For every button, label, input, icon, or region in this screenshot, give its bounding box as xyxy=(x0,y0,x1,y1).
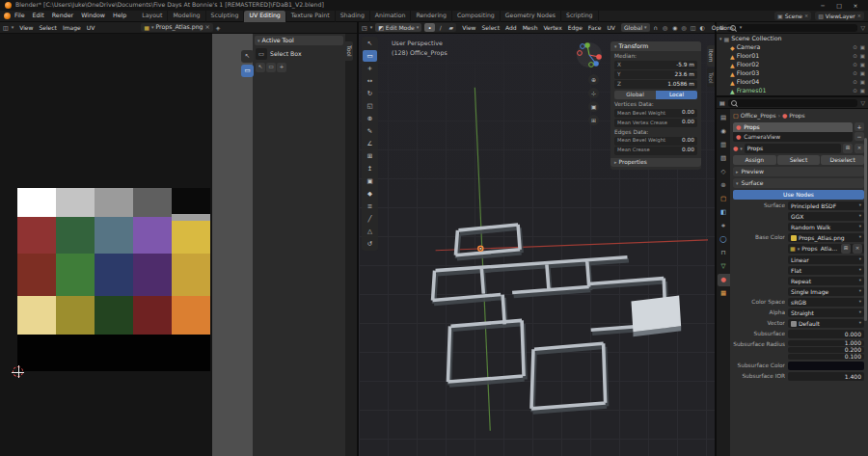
perspective-toggle-icon[interactable]: ⊞ xyxy=(588,115,599,125)
uv-editor-type-icon[interactable]: ◫ xyxy=(3,25,9,31)
object-data-tab[interactable]: ▽ xyxy=(718,260,730,273)
cursor-tool-icon[interactable]: + xyxy=(277,63,286,72)
radius-value-field[interactable]: 0.100 xyxy=(788,354,864,360)
inset-faces-tool-button[interactable]: ▣ xyxy=(363,175,377,187)
disclosure-icon[interactable]: ▾ xyxy=(719,37,722,41)
edge-select-button[interactable]: ∕ xyxy=(435,23,446,32)
scene-collection-row[interactable]: ▾ ▦ Scene Collection xyxy=(719,35,865,43)
poly-build-tool-button[interactable]: △ xyxy=(363,226,377,237)
menu-item[interactable]: Add xyxy=(502,25,520,31)
transform-panel-header[interactable]: ▾ Transform xyxy=(610,41,701,51)
shader-field[interactable]: Random Walk ▾ xyxy=(788,223,864,231)
breadcrumb-object[interactable]: Office_Props xyxy=(741,113,776,119)
tool-tab[interactable]: ▤ xyxy=(718,112,730,124)
material-slot[interactable]: ● Props xyxy=(733,122,853,132)
proportional-edit-icon[interactable]: ◎ xyxy=(662,25,668,31)
render-tab[interactable]: ◉ xyxy=(718,125,730,138)
tweak-tool-button[interactable]: ↖ xyxy=(363,38,377,49)
tweak-tool-button[interactable]: ↖ xyxy=(241,50,254,63)
material-action-button[interactable]: Deselect xyxy=(821,155,864,165)
shader-field[interactable]: GGX ▾ xyxy=(788,212,864,221)
cursor-tool-button[interactable]: + xyxy=(363,63,377,74)
render-visibility-icon[interactable]: ▣ xyxy=(860,80,865,86)
add-material-slot-button[interactable]: + xyxy=(854,122,864,131)
preview-panel-header[interactable]: ▸ Preview xyxy=(733,167,864,176)
sidebar-tab-tool[interactable]: Tool xyxy=(345,41,353,61)
pan-icon[interactable]: ⊹ xyxy=(588,88,599,98)
sidebar-tab[interactable]: Tool xyxy=(707,68,715,88)
loop-cut-tool-button[interactable]: ≡ xyxy=(363,201,377,212)
image-selector[interactable]: ▦ ▾ Props_Atlas.png × xyxy=(141,23,212,32)
render-visibility-icon[interactable]: ▣ xyxy=(860,89,865,94)
shader-field[interactable]: Repeat ▾ xyxy=(788,277,864,285)
menu-item[interactable]: Render xyxy=(48,13,77,18)
use-nodes-button[interactable]: Use Nodes xyxy=(733,190,864,200)
hide-eye-icon[interactable]: ⊙ xyxy=(853,71,857,77)
select-box-tool-icon[interactable]: ▭ xyxy=(266,63,276,72)
unlink-image-icon[interactable]: × xyxy=(205,24,210,30)
shader-field[interactable]: Single Image ▾ xyxy=(788,287,864,296)
blender-menu-icon[interactable] xyxy=(4,13,11,19)
menu-item[interactable]: View xyxy=(16,25,36,31)
shader-field[interactable]: 1.400 ▾ xyxy=(788,372,864,381)
world-tab[interactable]: ⊚ xyxy=(718,179,730,192)
particles-tab[interactable]: ∗ xyxy=(718,220,730,232)
maximize-button[interactable]: □ xyxy=(831,1,847,11)
face-select-button[interactable]: ▰ xyxy=(446,23,456,32)
scene-tab[interactable]: ◇ xyxy=(718,166,730,178)
outliner-item[interactable]: ▲ Floor04 ⊙ ▣ xyxy=(719,78,865,87)
workspace-tab[interactable]: Modeling xyxy=(168,11,205,22)
workspace-tab[interactable]: Sculpting xyxy=(206,11,245,22)
sidebar-tab[interactable]: Item xyxy=(707,45,715,67)
render-visibility-icon[interactable]: ▣ xyxy=(860,71,865,77)
mean-value-field[interactable]: Mean Bevel Weight0.00 xyxy=(614,137,697,146)
workspace-tab[interactable]: Animation xyxy=(370,11,412,22)
duplicate-image-icon[interactable]: ⊞ xyxy=(841,244,851,254)
surface-panel-header[interactable]: ▾ Surface xyxy=(733,178,864,188)
local-button[interactable]: Local xyxy=(656,91,697,99)
unlink-image-icon[interactable]: × xyxy=(853,244,862,254)
move-tool-button[interactable]: ↔ xyxy=(363,75,377,87)
filter-icon[interactable]: ▽ xyxy=(860,100,865,106)
remove-material-slot-button[interactable]: − xyxy=(854,132,864,141)
median-axis-field[interactable]: Y23.6 m xyxy=(614,70,697,79)
menu-item[interactable]: Edit xyxy=(29,13,48,18)
constraints-tab[interactable]: ⊓ xyxy=(718,247,730,259)
active-tool-panel-header[interactable]: ▾ Active Tool xyxy=(255,36,343,45)
global-button[interactable]: Global xyxy=(614,91,656,99)
menu-item[interactable]: Image xyxy=(60,25,84,31)
menu-item[interactable]: Face xyxy=(585,25,605,31)
breadcrumb-material[interactable]: Props xyxy=(789,113,804,119)
outliner-item[interactable]: ▲ Frames01 ⊙ ▣ xyxy=(719,87,865,95)
outliner-search-input[interactable] xyxy=(727,24,857,32)
workspace-tab[interactable]: Compositing xyxy=(452,11,501,22)
xray-toggle-icon[interactable]: ◫ xyxy=(690,25,697,31)
show-gizmo-icon[interactable]: ◉ xyxy=(671,25,678,31)
material-action-button[interactable]: Assign xyxy=(733,155,776,165)
render-visibility-icon[interactable]: ▣ xyxy=(860,54,865,60)
shader-field[interactable]: Linear ▾ xyxy=(788,255,864,264)
shader-field[interactable]: Straight ▾ xyxy=(788,308,864,317)
uv-canvas[interactable] xyxy=(0,34,212,456)
new-material-icon[interactable]: ⊞ xyxy=(843,144,853,153)
menu-item[interactable]: Mesh xyxy=(520,25,541,31)
uv-2d-cursor[interactable] xyxy=(13,366,23,377)
select-box-tool-icon[interactable]: ▭ xyxy=(256,48,267,60)
mean-value-field[interactable]: Mean Crease0.00 xyxy=(614,147,697,155)
workspace-tab[interactable]: Layout xyxy=(137,11,168,22)
navigation-gizmo[interactable] xyxy=(576,41,603,68)
image-datablock-field[interactable]: ▦ ▾ Props_Atlas.png ⊞ × xyxy=(788,244,864,254)
workspace-tab[interactable]: Geometry Nodes xyxy=(501,11,561,22)
vertex-select-button[interactable]: ∙ xyxy=(424,23,435,32)
pin-icon[interactable]: ◈ xyxy=(216,25,221,31)
outliner-item[interactable]: ▲ Floor01 ⊙ ▣ xyxy=(719,52,865,61)
scale-tool-button[interactable]: ◱ xyxy=(363,100,377,112)
texture-tab[interactable]: ▦ xyxy=(718,287,730,300)
hide-eye-icon[interactable]: ⊙ xyxy=(853,45,857,51)
material-name-field[interactable]: Props xyxy=(745,144,841,153)
measure-tool-button[interactable]: ∠ xyxy=(363,138,377,149)
hide-eye-icon[interactable]: ⊙ xyxy=(853,54,857,60)
output-tab[interactable]: ▥ xyxy=(718,139,730,151)
workspace-tab[interactable]: UV Editing xyxy=(244,11,285,22)
menu-item[interactable]: UV xyxy=(604,25,618,31)
